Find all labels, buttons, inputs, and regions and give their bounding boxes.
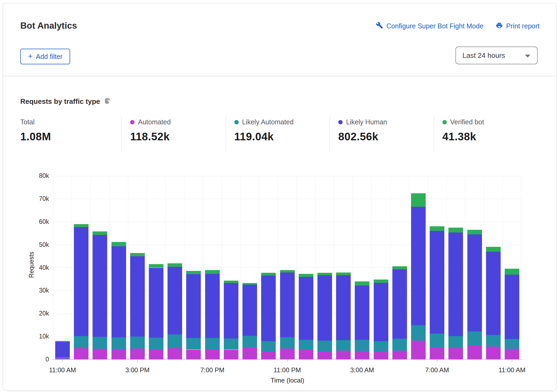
bar-segment-automated[interactable] bbox=[242, 347, 257, 360]
bar-segment-automated[interactable] bbox=[224, 350, 238, 360]
bar-segment-likely-automated[interactable] bbox=[261, 341, 276, 351]
bar-segment-verified-bot[interactable] bbox=[186, 271, 201, 274]
bar-segment-likely-human[interactable] bbox=[392, 269, 407, 338]
bar-segment-likely-automated[interactable] bbox=[317, 341, 332, 352]
bar-segment-verified-bot[interactable] bbox=[242, 283, 257, 285]
bar-segment-automated[interactable] bbox=[317, 351, 332, 360]
bar-segment-likely-human[interactable] bbox=[261, 275, 276, 341]
bar-segment-automated[interactable] bbox=[336, 351, 351, 360]
bar-segment-likely-automated[interactable] bbox=[224, 338, 238, 350]
bar-segment-likely-human[interactable] bbox=[374, 283, 388, 341]
bar-segment-verified-bot[interactable] bbox=[336, 273, 351, 275]
bar-segment-automated[interactable] bbox=[299, 350, 313, 360]
bar-segment-verified-bot[interactable] bbox=[74, 224, 88, 227]
bar-segment-likely-automated[interactable] bbox=[355, 340, 369, 351]
bar-segment-likely-human[interactable] bbox=[317, 275, 332, 341]
bar-segment-likely-human[interactable] bbox=[93, 235, 107, 337]
bar-segment-automated[interactable] bbox=[168, 348, 182, 360]
bar-segment-likely-automated[interactable] bbox=[374, 341, 388, 351]
bar-segment-likely-automated[interactable] bbox=[111, 337, 126, 349]
bar-segment-verified-bot[interactable] bbox=[505, 269, 519, 275]
bar-segment-likely-human[interactable] bbox=[186, 274, 201, 338]
bar-segment-likely-automated[interactable] bbox=[93, 337, 107, 349]
bar-segment-likely-human[interactable] bbox=[74, 227, 88, 336]
bar-segment-verified-bot[interactable] bbox=[374, 280, 388, 283]
bar-segment-automated[interactable] bbox=[280, 348, 295, 360]
bar-segment-automated[interactable] bbox=[430, 347, 444, 360]
bar-segment-verified-bot[interactable] bbox=[55, 341, 70, 342]
bar-segment-verified-bot[interactable] bbox=[317, 273, 332, 275]
bar-segment-likely-human[interactable] bbox=[280, 273, 295, 337]
bar-segment-likely-human[interactable] bbox=[411, 207, 426, 325]
bar-segment-verified-bot[interactable] bbox=[411, 193, 426, 207]
bar-segment-likely-automated[interactable] bbox=[186, 338, 201, 350]
bar-segment-likely-automated[interactable] bbox=[430, 334, 444, 347]
bar-segment-verified-bot[interactable] bbox=[486, 247, 501, 252]
bar-segment-verified-bot[interactable] bbox=[467, 230, 482, 234]
bar-segment-verified-bot[interactable] bbox=[205, 270, 220, 274]
bar-segment-likely-human[interactable] bbox=[355, 285, 369, 340]
bar-segment-automated[interactable] bbox=[467, 345, 482, 360]
bar-segment-verified-bot[interactable] bbox=[430, 226, 444, 231]
bar-segment-likely-automated[interactable] bbox=[336, 340, 351, 351]
bar-segment-likely-automated[interactable] bbox=[205, 338, 220, 349]
bar-segment-verified-bot[interactable] bbox=[111, 242, 126, 246]
bar-segment-likely-human[interactable] bbox=[168, 267, 182, 334]
bar-segment-verified-bot[interactable] bbox=[149, 264, 163, 268]
bar-segment-likely-automated[interactable] bbox=[448, 336, 463, 348]
bar-segment-automated[interactable] bbox=[261, 351, 276, 360]
bar-segment-likely-automated[interactable] bbox=[486, 335, 501, 347]
bar-segment-verified-bot[interactable] bbox=[130, 253, 145, 256]
bar-segment-likely-automated[interactable] bbox=[168, 334, 182, 348]
bar-segment-likely-human[interactable] bbox=[242, 285, 257, 335]
bar-segment-likely-automated[interactable] bbox=[130, 337, 145, 348]
bar-segment-likely-automated[interactable] bbox=[411, 325, 426, 341]
bar-segment-likely-automated[interactable] bbox=[299, 340, 313, 350]
bar-segment-likely-human[interactable] bbox=[430, 231, 444, 334]
bar-segment-likely-human[interactable] bbox=[130, 256, 145, 337]
bar-segment-likely-human[interactable] bbox=[224, 283, 238, 338]
bar-segment-likely-human[interactable] bbox=[448, 232, 463, 336]
bar-segment-automated[interactable] bbox=[392, 351, 407, 360]
bar-segment-likely-human[interactable] bbox=[486, 252, 501, 335]
bar-segment-verified-bot[interactable] bbox=[355, 281, 369, 285]
bar-segment-automated[interactable] bbox=[186, 350, 201, 360]
gridline-vertical bbox=[72, 176, 72, 360]
bar-segment-verified-bot[interactable] bbox=[224, 281, 238, 283]
bar-segment-automated[interactable] bbox=[111, 349, 126, 360]
bar-segment-automated[interactable] bbox=[374, 351, 388, 360]
bar-segment-automated[interactable] bbox=[355, 351, 369, 360]
bar-segment-likely-human[interactable] bbox=[505, 275, 519, 339]
bar-segment-verified-bot[interactable] bbox=[261, 273, 276, 275]
bar-segment-likely-human[interactable] bbox=[336, 275, 351, 340]
bar-segment-likely-automated[interactable] bbox=[242, 336, 257, 347]
bar-segment-likely-human[interactable] bbox=[205, 274, 220, 338]
bar-segment-likely-automated[interactable] bbox=[392, 339, 407, 351]
bar-segment-likely-automated[interactable] bbox=[280, 337, 295, 348]
bar-segment-automated[interactable] bbox=[486, 347, 501, 360]
bar-segment-verified-bot[interactable] bbox=[168, 263, 182, 267]
bar-segment-verified-bot[interactable] bbox=[93, 231, 107, 235]
bar-segment-automated[interactable] bbox=[149, 349, 163, 360]
bar-segment-likely-human[interactable] bbox=[111, 246, 126, 337]
bar-segment-likely-automated[interactable] bbox=[74, 336, 88, 348]
bar-segment-likely-human[interactable] bbox=[55, 342, 70, 357]
bar-segment-automated[interactable] bbox=[74, 348, 88, 360]
bar-segment-verified-bot[interactable] bbox=[299, 274, 313, 277]
bar-segment-likely-automated[interactable] bbox=[55, 357, 70, 358]
bar-segment-likely-automated[interactable] bbox=[505, 339, 519, 349]
bar-segment-automated[interactable] bbox=[130, 348, 145, 360]
bar-segment-automated[interactable] bbox=[205, 349, 220, 360]
bar-segment-likely-automated[interactable] bbox=[467, 331, 482, 345]
bar-segment-verified-bot[interactable] bbox=[280, 270, 295, 273]
bar-segment-automated[interactable] bbox=[448, 348, 463, 360]
bar-segment-likely-human[interactable] bbox=[149, 268, 163, 338]
bar-segment-verified-bot[interactable] bbox=[392, 266, 407, 269]
bar-segment-likely-human[interactable] bbox=[299, 277, 313, 340]
bar-segment-verified-bot[interactable] bbox=[448, 228, 463, 232]
bar-segment-likely-automated[interactable] bbox=[149, 338, 163, 349]
bar-segment-likely-human[interactable] bbox=[467, 234, 482, 332]
bar-segment-automated[interactable] bbox=[505, 349, 519, 360]
bar-segment-automated[interactable] bbox=[93, 349, 107, 360]
bar-segment-automated[interactable] bbox=[411, 341, 426, 360]
